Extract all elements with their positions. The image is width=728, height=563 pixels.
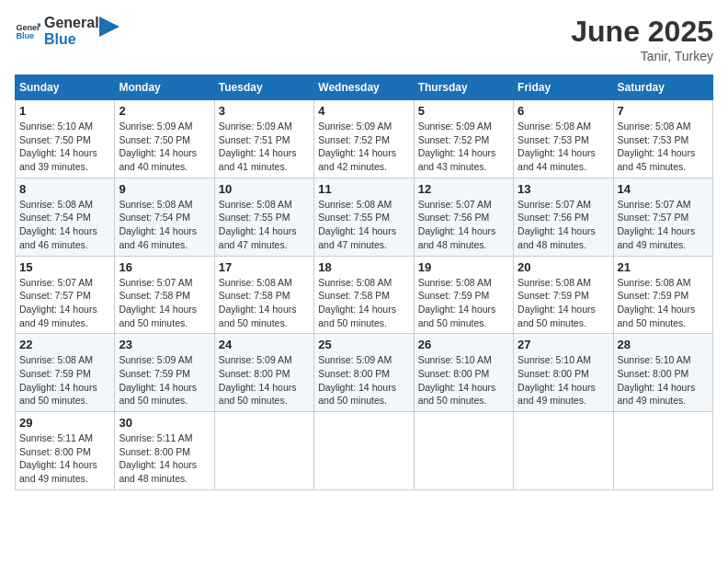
day-info: Sunrise: 5:09 AM Sunset: 8:00 PM Dayligh… bbox=[318, 353, 409, 408]
logo: General Blue General Blue bbox=[15, 15, 119, 47]
calendar-cell: 6 Sunrise: 5:08 AM Sunset: 7:53 PM Dayli… bbox=[514, 100, 613, 178]
sunrise-label: Sunrise: 5:08 AM bbox=[119, 199, 192, 210]
sunrise-label: Sunrise: 5:07 AM bbox=[518, 199, 591, 210]
daylight-label: Daylight: 14 hours and 48 minutes. bbox=[119, 459, 197, 484]
daylight-label: Daylight: 14 hours and 49 minutes. bbox=[19, 459, 97, 484]
calendar-week-row: 8 Sunrise: 5:08 AM Sunset: 7:54 PM Dayli… bbox=[16, 178, 713, 256]
calendar-cell: 10 Sunrise: 5:08 AM Sunset: 7:55 PM Dayl… bbox=[214, 178, 313, 256]
day-info: Sunrise: 5:08 AM Sunset: 7:53 PM Dayligh… bbox=[518, 120, 609, 174]
logo-icon: General Blue bbox=[15, 18, 40, 44]
day-number: 8 bbox=[19, 182, 110, 196]
sunset-label: Sunset: 8:00 PM bbox=[618, 368, 689, 379]
daylight-label: Daylight: 14 hours and 41 minutes. bbox=[219, 147, 297, 172]
day-number: 23 bbox=[119, 338, 210, 351]
calendar-cell: 15 Sunrise: 5:07 AM Sunset: 7:57 PM Dayl… bbox=[16, 256, 115, 334]
calendar-week-row: 29 Sunrise: 5:11 AM Sunset: 8:00 PM Dayl… bbox=[16, 412, 713, 490]
sunrise-label: Sunrise: 5:08 AM bbox=[618, 277, 691, 288]
weekday-header: Saturday bbox=[613, 75, 712, 100]
day-number: 27 bbox=[518, 338, 609, 351]
sunrise-label: Sunrise: 5:08 AM bbox=[219, 199, 292, 210]
daylight-label: Daylight: 14 hours and 46 minutes. bbox=[19, 225, 97, 250]
calendar-cell bbox=[314, 412, 414, 490]
day-number: 29 bbox=[19, 416, 110, 430]
day-number: 12 bbox=[418, 182, 509, 196]
day-number: 24 bbox=[219, 338, 310, 351]
daylight-label: Daylight: 14 hours and 49 minutes. bbox=[518, 382, 596, 407]
sunset-label: Sunset: 7:54 PM bbox=[19, 212, 91, 223]
daylight-label: Daylight: 14 hours and 40 minutes. bbox=[119, 147, 197, 172]
day-info: Sunrise: 5:08 AM Sunset: 7:58 PM Dayligh… bbox=[219, 276, 310, 330]
daylight-label: Daylight: 14 hours and 39 minutes. bbox=[19, 147, 97, 172]
sunset-label: Sunset: 7:55 PM bbox=[219, 212, 290, 223]
page-header: General Blue General Blue June 2025 Tani… bbox=[15, 15, 713, 63]
sunset-label: Sunset: 7:53 PM bbox=[618, 134, 689, 145]
sunrise-label: Sunrise: 5:11 AM bbox=[19, 432, 93, 443]
sunrise-label: Sunrise: 5:08 AM bbox=[318, 277, 392, 288]
day-info: Sunrise: 5:09 AM Sunset: 7:50 PM Dayligh… bbox=[119, 120, 210, 174]
calendar-cell: 23 Sunrise: 5:09 AM Sunset: 7:59 PM Dayl… bbox=[115, 334, 214, 412]
sunrise-label: Sunrise: 5:09 AM bbox=[318, 354, 392, 365]
month-title: June 2025 bbox=[571, 15, 713, 49]
day-info: Sunrise: 5:08 AM Sunset: 7:59 PM Dayligh… bbox=[418, 276, 509, 330]
day-info: Sunrise: 5:09 AM Sunset: 7:51 PM Dayligh… bbox=[219, 120, 310, 174]
calendar-cell: 17 Sunrise: 5:08 AM Sunset: 7:58 PM Dayl… bbox=[214, 256, 313, 334]
sunrise-label: Sunrise: 5:07 AM bbox=[119, 277, 192, 288]
calendar-week-row: 22 Sunrise: 5:08 AM Sunset: 7:59 PM Dayl… bbox=[16, 334, 713, 412]
sunset-label: Sunset: 7:59 PM bbox=[518, 290, 589, 301]
sunrise-label: Sunrise: 5:08 AM bbox=[219, 277, 292, 288]
sunrise-label: Sunrise: 5:07 AM bbox=[19, 277, 93, 288]
sunset-label: Sunset: 7:57 PM bbox=[19, 290, 91, 301]
day-info: Sunrise: 5:10 AM Sunset: 8:00 PM Dayligh… bbox=[418, 353, 509, 408]
daylight-label: Daylight: 14 hours and 50 minutes. bbox=[219, 382, 297, 407]
daylight-label: Daylight: 14 hours and 50 minutes. bbox=[418, 382, 496, 407]
day-number: 16 bbox=[119, 260, 210, 274]
daylight-label: Daylight: 14 hours and 42 minutes. bbox=[318, 147, 396, 172]
calendar-cell: 1 Sunrise: 5:10 AM Sunset: 7:50 PM Dayli… bbox=[16, 100, 115, 178]
calendar-cell: 28 Sunrise: 5:10 AM Sunset: 8:00 PM Dayl… bbox=[613, 334, 712, 412]
day-info: Sunrise: 5:11 AM Sunset: 8:00 PM Dayligh… bbox=[19, 431, 110, 486]
weekday-header-row: SundayMondayTuesdayWednesdayThursdayFrid… bbox=[16, 75, 713, 100]
sunset-label: Sunset: 7:53 PM bbox=[518, 134, 589, 145]
daylight-label: Daylight: 14 hours and 50 minutes. bbox=[618, 304, 696, 328]
day-number: 4 bbox=[318, 104, 409, 118]
day-info: Sunrise: 5:09 AM Sunset: 7:52 PM Dayligh… bbox=[318, 120, 409, 174]
day-number: 14 bbox=[618, 182, 709, 196]
sunset-label: Sunset: 7:59 PM bbox=[618, 290, 689, 301]
calendar-cell: 11 Sunrise: 5:08 AM Sunset: 7:55 PM Dayl… bbox=[314, 178, 414, 256]
sunset-label: Sunset: 8:00 PM bbox=[418, 368, 490, 379]
daylight-label: Daylight: 14 hours and 49 minutes. bbox=[19, 304, 97, 328]
calendar-cell: 3 Sunrise: 5:09 AM Sunset: 7:51 PM Dayli… bbox=[214, 100, 313, 178]
day-info: Sunrise: 5:07 AM Sunset: 7:56 PM Dayligh… bbox=[418, 198, 509, 252]
day-info: Sunrise: 5:08 AM Sunset: 7:54 PM Dayligh… bbox=[19, 198, 110, 252]
calendar-week-row: 1 Sunrise: 5:10 AM Sunset: 7:50 PM Dayli… bbox=[16, 100, 713, 178]
day-info: Sunrise: 5:07 AM Sunset: 7:57 PM Dayligh… bbox=[618, 198, 709, 252]
svg-marker-3 bbox=[99, 17, 119, 37]
sunset-label: Sunset: 8:00 PM bbox=[119, 446, 190, 457]
sunset-label: Sunset: 7:52 PM bbox=[418, 134, 490, 145]
calendar-cell: 24 Sunrise: 5:09 AM Sunset: 8:00 PM Dayl… bbox=[214, 334, 313, 412]
day-info: Sunrise: 5:08 AM Sunset: 7:59 PM Dayligh… bbox=[618, 276, 709, 330]
calendar-cell: 26 Sunrise: 5:10 AM Sunset: 8:00 PM Dayl… bbox=[414, 334, 513, 412]
weekday-header: Thursday bbox=[414, 75, 513, 100]
sunset-label: Sunset: 7:54 PM bbox=[119, 212, 190, 223]
day-info: Sunrise: 5:08 AM Sunset: 7:55 PM Dayligh… bbox=[318, 198, 409, 252]
day-info: Sunrise: 5:09 AM Sunset: 7:52 PM Dayligh… bbox=[418, 120, 509, 174]
sunrise-label: Sunrise: 5:09 AM bbox=[418, 121, 492, 132]
day-number: 30 bbox=[119, 416, 210, 430]
calendar-cell: 5 Sunrise: 5:09 AM Sunset: 7:52 PM Dayli… bbox=[414, 100, 513, 178]
day-info: Sunrise: 5:08 AM Sunset: 7:53 PM Dayligh… bbox=[618, 120, 709, 174]
daylight-label: Daylight: 14 hours and 50 minutes. bbox=[119, 382, 197, 407]
day-number: 26 bbox=[418, 338, 509, 351]
sunset-label: Sunset: 8:00 PM bbox=[219, 368, 290, 379]
day-info: Sunrise: 5:08 AM Sunset: 7:55 PM Dayligh… bbox=[219, 198, 310, 252]
day-number: 11 bbox=[318, 182, 409, 196]
calendar-cell: 2 Sunrise: 5:09 AM Sunset: 7:50 PM Dayli… bbox=[115, 100, 214, 178]
day-info: Sunrise: 5:08 AM Sunset: 7:58 PM Dayligh… bbox=[318, 276, 409, 330]
sunrise-label: Sunrise: 5:08 AM bbox=[19, 199, 93, 210]
day-info: Sunrise: 5:07 AM Sunset: 7:57 PM Dayligh… bbox=[19, 276, 110, 330]
weekday-header: Tuesday bbox=[214, 75, 313, 100]
sunrise-label: Sunrise: 5:10 AM bbox=[618, 354, 691, 365]
calendar-cell bbox=[514, 412, 613, 490]
day-number: 28 bbox=[618, 338, 709, 351]
daylight-label: Daylight: 14 hours and 50 minutes. bbox=[318, 304, 396, 328]
